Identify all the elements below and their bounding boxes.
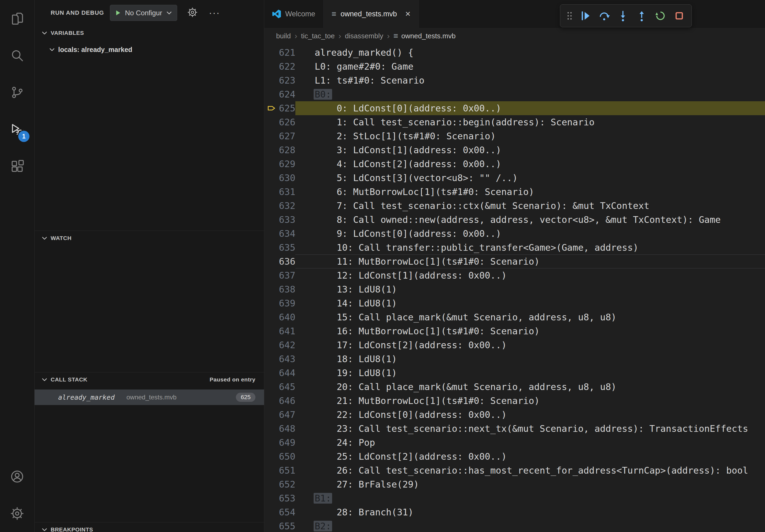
line-content[interactable]: 10: Call transfer::public_transfer<Game>… <box>296 241 765 254</box>
gutter-line-number[interactable]: 631 <box>264 185 296 199</box>
variables-section-header[interactable]: VARIABLES <box>35 26 264 40</box>
variables-scope-locals[interactable]: locals: already_marked <box>35 42 264 57</box>
gutter-line-number[interactable]: 632 <box>264 199 296 213</box>
line-content[interactable]: 3: LdConst[1](address: 0x00..) <box>296 143 765 157</box>
line-content[interactable]: 11: MutBorrowLoc[1](ts#1#0: Scenario) <box>296 254 765 268</box>
gutter-line-number[interactable]: 645 <box>264 380 296 394</box>
activity-item-source-control[interactable] <box>0 74 34 111</box>
gutter-line-number[interactable]: 653 <box>264 491 296 505</box>
breakpoints-section-header[interactable]: BREAKPOINTS <box>35 522 264 532</box>
code-editor[interactable]: 621already_marked() {622L0: game#2#0: Ga… <box>264 44 765 532</box>
line-content[interactable]: 19: LdU8(1) <box>296 366 765 380</box>
activity-item-explorer[interactable] <box>0 0 34 37</box>
gutter-line-number[interactable]: 649 <box>264 435 296 449</box>
gutter-line-number[interactable]: 627 <box>264 129 296 143</box>
line-content[interactable]: 17: LdConst[2](address: 0x00..) <box>296 338 765 352</box>
breadcrumb-item-file[interactable]: ≡ owned_tests.mvb <box>393 31 456 40</box>
line-content[interactable]: 18: LdU8(1) <box>296 352 765 366</box>
line-content[interactable]: 7: Call test_scenario::ctx(&mut Scenario… <box>296 199 765 213</box>
line-content[interactable]: 5: LdConst[3](vector<u8>: "" /..) <box>296 171 765 185</box>
gutter-line-number[interactable]: 644 <box>264 366 296 380</box>
breadcrumb-item-tic-tac-toe[interactable]: tic_tac_toe <box>301 32 335 40</box>
gutter-line-number[interactable]: 655 <box>264 519 296 532</box>
gutter-line-number[interactable]: 637 <box>264 268 296 282</box>
gutter-line-number[interactable]: 650 <box>264 449 296 463</box>
close-icon[interactable]: ✕ <box>405 10 411 18</box>
line-content[interactable]: B1: <box>296 491 765 505</box>
gutter-line-number[interactable]: 643 <box>264 352 296 366</box>
line-content[interactable]: 21: MutBorrowLoc[1](ts#1#0: Scenario) <box>296 394 765 408</box>
gutter-line-number[interactable]: 630 <box>264 171 296 185</box>
line-content[interactable]: 8: Call owned::new(address, address, vec… <box>296 213 765 227</box>
line-content[interactable]: 22: LdConst[0](address: 0x00..) <box>296 408 765 421</box>
line-content[interactable]: 15: Call place_mark(&mut Scenario, addre… <box>296 310 765 324</box>
gutter-line-number[interactable]: 635 <box>264 241 296 254</box>
watch-section-header[interactable]: WATCH <box>35 231 264 245</box>
activity-item-extensions[interactable] <box>0 148 34 185</box>
activity-item-run-and-debug[interactable]: 1 <box>0 111 34 148</box>
line-content[interactable]: 0: LdConst[0](address: 0x00..) <box>296 101 765 115</box>
gutter-line-number[interactable]: 640 <box>264 310 296 324</box>
gutter-line-number[interactable]: 654 <box>264 505 296 519</box>
breadcrumb-item-build[interactable]: build <box>276 32 291 40</box>
gutter-line-number[interactable]: 636 <box>264 254 296 268</box>
line-content[interactable]: B0: <box>296 87 765 101</box>
line-content[interactable]: L0: game#2#0: Game <box>296 60 765 73</box>
gutter-line-number[interactable]: 633 <box>264 213 296 227</box>
gutter-line-number[interactable]: 641 <box>264 324 296 338</box>
launch-config-dropdown[interactable]: No Configur <box>110 5 177 21</box>
activity-item-accounts[interactable] <box>0 458 34 495</box>
gutter-line-number[interactable]: 625 <box>264 101 296 115</box>
gutter-line-number[interactable]: 639 <box>264 296 296 310</box>
toolbar-drag-handle[interactable] <box>564 7 575 24</box>
line-content[interactable]: 28: Branch(31) <box>296 505 765 519</box>
line-content[interactable]: B2: <box>296 519 765 532</box>
line-content[interactable]: L1: ts#1#0: Scenario <box>296 73 765 87</box>
gutter-line-number[interactable]: 638 <box>264 282 296 296</box>
gutter-line-number[interactable]: 624 <box>264 87 296 101</box>
gutter-line-number[interactable]: 651 <box>264 463 296 477</box>
debug-gear-icon[interactable] <box>187 7 198 19</box>
line-content[interactable]: 24: Pop <box>296 435 765 449</box>
line-content[interactable]: 27: BrFalse(29) <box>296 477 765 491</box>
gutter-line-number[interactable]: 634 <box>264 227 296 241</box>
line-content[interactable]: 2: StLoc[1](ts#1#0: Scenario) <box>296 129 765 143</box>
call-stack-section-header[interactable]: CALL STACK Paused on entry <box>35 372 264 387</box>
gutter-line-number[interactable]: 628 <box>264 143 296 157</box>
restart-button[interactable] <box>652 7 669 24</box>
gutter-line-number[interactable]: 629 <box>264 157 296 171</box>
line-content[interactable]: 12: LdConst[1](address: 0x00..) <box>296 268 765 282</box>
tab-owned-tests[interactable]: ≡ owned_tests.mvb ✕ <box>324 0 419 28</box>
line-content[interactable]: already_marked() { <box>296 46 765 60</box>
step-out-button[interactable] <box>633 7 650 24</box>
line-content[interactable]: 26: Call test_scenario::has_most_recent_… <box>296 463 765 477</box>
gutter-line-number[interactable]: 626 <box>264 115 296 129</box>
gutter-line-number[interactable]: 646 <box>264 394 296 408</box>
line-content[interactable]: 6: MutBorrowLoc[1](ts#1#0: Scenario) <box>296 185 765 199</box>
line-content[interactable]: 9: LdConst[0](address: 0x00..) <box>296 227 765 241</box>
activity-item-settings[interactable] <box>0 495 34 532</box>
more-actions-icon[interactable]: ··· <box>209 8 220 18</box>
stack-frame-row[interactable]: already_marked owned_tests.mvb 625 <box>35 390 264 405</box>
line-content[interactable]: 25: LdConst[2](address: 0x00..) <box>296 449 765 463</box>
tab-welcome[interactable]: Welcome <box>264 0 324 28</box>
breadcrumb-item-disassembly[interactable]: disassembly <box>345 32 383 40</box>
line-content[interactable]: 1: Call test_scenario::begin(address): S… <box>296 115 765 129</box>
line-content[interactable]: 23: Call test_scenario::next_tx(&mut Sce… <box>296 421 765 435</box>
line-content[interactable]: 4: LdConst[2](address: 0x00..) <box>296 157 765 171</box>
gutter-line-number[interactable]: 647 <box>264 408 296 421</box>
step-into-button[interactable] <box>614 7 631 24</box>
gutter-line-number[interactable]: 652 <box>264 477 296 491</box>
line-content[interactable]: 13: LdU8(1) <box>296 282 765 296</box>
line-content[interactable]: 16: MutBorrowLoc[1](ts#1#0: Scenario) <box>296 324 765 338</box>
stop-button[interactable] <box>671 7 688 24</box>
gutter-line-number[interactable]: 623 <box>264 73 296 87</box>
line-content[interactable]: 20: Call place_mark(&mut Scenario, addre… <box>296 380 765 394</box>
gutter-line-number[interactable]: 648 <box>264 421 296 435</box>
gutter-line-number[interactable]: 621 <box>264 46 296 60</box>
line-content[interactable]: 14: LdU8(1) <box>296 296 765 310</box>
gutter-line-number[interactable]: 642 <box>264 338 296 352</box>
gutter-line-number[interactable]: 622 <box>264 60 296 73</box>
step-over-button[interactable] <box>596 7 613 24</box>
activity-item-search[interactable] <box>0 37 34 74</box>
